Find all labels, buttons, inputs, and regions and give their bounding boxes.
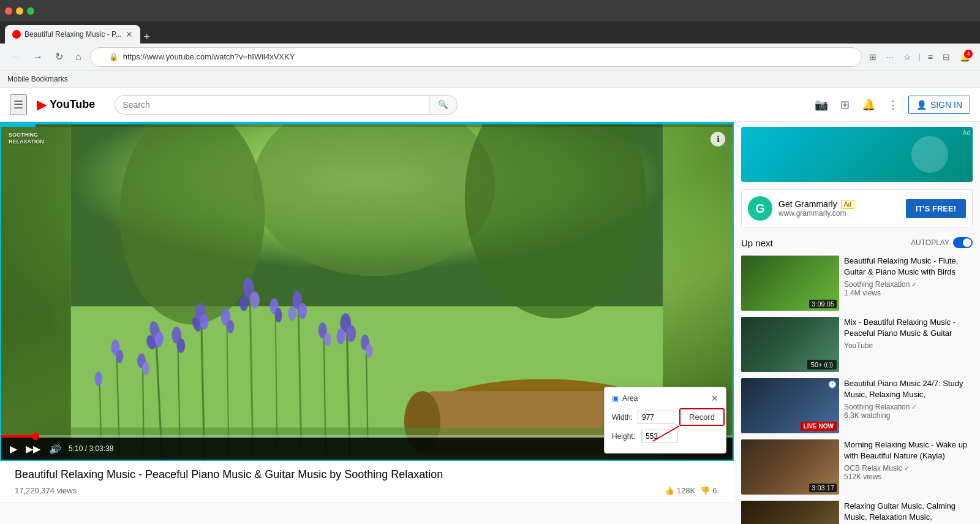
dialog-header: ▣ Area ✕: [612, 393, 718, 403]
width-input[interactable]: [638, 411, 674, 424]
top-progress-fill: [1, 124, 36, 127]
url-bar[interactable]: 🔒 https://www.youtube.com/watch?v=hIWil4…: [90, 47, 862, 67]
menu-dots-icon[interactable]: ···: [884, 50, 896, 64]
list-item[interactable]: 50+ ((·)) Mix - Beautiful Relaxing Music…: [741, 317, 973, 372]
thumbs-up-icon: 👍: [665, 486, 674, 495]
dislike-count: 6.: [712, 486, 719, 495]
height-label: Height:: [612, 432, 636, 441]
top-progress: [1, 124, 733, 127]
extensions-icon[interactable]: ⊞: [867, 50, 879, 64]
svg-point-33: [142, 362, 149, 376]
area-dialog: ▣ Area ✕ Width: Record: [604, 387, 726, 454]
video-section: 977 × 553: [0, 122, 734, 524]
youtube-logo[interactable]: ▶ YouTube: [37, 97, 95, 113]
live-badge: LIVE NOW: [801, 422, 837, 431]
video-card-info-4: Morning Relaxing Music - Wake up with Be…: [844, 439, 973, 495]
next-button[interactable]: ▶▶: [24, 442, 42, 456]
svg-point-44: [176, 338, 185, 353]
search-input[interactable]: [115, 95, 429, 115]
separator: |: [919, 53, 921, 61]
autoplay-toggle[interactable]: [953, 237, 973, 248]
header-right: 📷 ⊞ 🔔 ⋮ 👤 SIGN IN: [812, 96, 970, 114]
hamburger-menu-button[interactable]: ☰: [10, 94, 27, 115]
seekbar-fill: [1, 435, 36, 438]
video-meta: Beautiful Relaxing Music - Peaceful Pian…: [0, 461, 734, 503]
sign-in-label: SIGN IN: [930, 100, 962, 110]
svg-point-26: [288, 306, 296, 321]
new-tab-button[interactable]: +: [140, 31, 154, 44]
yt-header: ☰ ▶ YouTube 🔍 📷 ⊞ 🔔 ⋮ 👤 SIGN IN: [0, 88, 980, 122]
svg-point-41: [94, 372, 102, 387]
list-item[interactable]: 3:03:17 Morning Relaxing Music - Wake up…: [741, 439, 973, 495]
video-thumbnail-3: 🕐 LIVE NOW: [741, 378, 839, 433]
video-player[interactable]: SOOTHING RELAXATION ℹ: [0, 122, 734, 461]
up-next-header: Up next AUTOPLAY: [741, 237, 973, 248]
reload-button[interactable]: ↻: [51, 48, 67, 65]
notification-icon[interactable]: 🔔 4: [957, 50, 973, 64]
search-button[interactable]: 🔍: [429, 95, 458, 115]
width-label: Width:: [612, 413, 633, 422]
sidebar-icon[interactable]: ⊟: [940, 50, 952, 64]
clock-icon: 🕐: [828, 381, 837, 389]
record-button[interactable]: Record: [679, 408, 725, 426]
width-field: Width: Record: [612, 408, 718, 426]
play-button[interactable]: ▶: [9, 442, 18, 456]
apps-grid-icon[interactable]: ⊞: [838, 96, 852, 114]
svg-point-47: [227, 320, 234, 333]
back-button[interactable]: ←: [7, 49, 24, 65]
soothing-watermark: SOOTHING RELAXATION: [9, 132, 44, 145]
video-card-channel-3: Soothing Relaxation ✓: [844, 403, 973, 411]
reader-mode-icon[interactable]: ≡: [925, 50, 935, 64]
autoplay-label: AUTOPLAY: [911, 238, 949, 247]
duration-badge-4: 3:03:17: [809, 484, 837, 492]
list-item[interactable]: 3:09:05 Beautiful Relaxing Music - Flute…: [741, 256, 973, 311]
tab-close-btn[interactable]: ✕: [126, 29, 133, 39]
dislike-button[interactable]: 👎 6.: [700, 486, 719, 495]
youtube-logo-text: YouTube: [50, 98, 95, 111]
home-button[interactable]: ⌂: [72, 49, 85, 65]
notifications-icon[interactable]: 🔔: [859, 96, 878, 114]
video-card-info-5: Relaxing Guitar Music, Calming Music, Re…: [844, 501, 973, 524]
seekbar-handle: [32, 433, 39, 440]
fields-with-arrow: Record: [679, 408, 725, 426]
like-count: 128K: [677, 486, 695, 495]
verified-icon-1: ✓: [911, 281, 917, 289]
sign-in-button[interactable]: 👤 SIGN IN: [908, 96, 970, 114]
browser-tab[interactable]: Beautiful Relaxing Music - P... ✕: [5, 25, 140, 44]
list-item[interactable]: Relaxing Guitar Music, Calming Music, Re…: [741, 501, 973, 524]
bookmarks-bar: Mobile Bookmarks: [0, 70, 980, 88]
grammarly-ad-badge: Ad: [841, 200, 854, 209]
volume-button[interactable]: 🔊: [48, 442, 62, 456]
video-card-title-5: Relaxing Guitar Music, Calming Music, Re…: [844, 501, 973, 523]
grammarly-free-button[interactable]: IT'S FREE!: [906, 199, 966, 218]
forward-button[interactable]: →: [29, 49, 47, 65]
video-card-views-4: 512K views: [844, 473, 973, 481]
svg-point-14: [200, 314, 208, 330]
like-button[interactable]: 👍 128K: [665, 486, 695, 495]
svg-point-19: [239, 295, 248, 311]
list-item[interactable]: 🕐 LIVE NOW Beautiful Piano Music 24/7: S…: [741, 378, 973, 433]
video-title: Beautiful Relaxing Music - Peaceful Pian…: [15, 468, 719, 481]
video-card-views-3: 6.3K watching: [844, 411, 973, 420]
video-card-info-3: Beautiful Piano Music 24/7: Study Music,…: [844, 378, 973, 433]
video-card-title-3: Beautiful Piano Music 24/7: Study Music,…: [844, 378, 973, 400]
video-info-button[interactable]: ℹ: [710, 132, 725, 146]
video-thumbnail-1: 3:09:05: [741, 256, 839, 311]
mix-badge: 50+ ((·)): [807, 360, 837, 370]
ad-shape: [911, 136, 948, 173]
camera-icon[interactable]: 📷: [812, 96, 831, 114]
verified-icon-4: ✓: [904, 465, 910, 473]
height-field: Height:: [612, 430, 718, 443]
verified-icon-3: ✓: [911, 403, 917, 411]
dialog-close-button[interactable]: ✕: [711, 393, 718, 403]
video-card-channel-1: Soothing Relaxation ✓: [844, 280, 973, 289]
video-card-views-1: 1.4M views: [844, 289, 973, 297]
grammarly-logo: G: [748, 196, 772, 221]
grammarly-name-row: Get Grammarly Ad: [778, 199, 900, 209]
more-options-icon[interactable]: ⋮: [885, 96, 901, 114]
video-stats-row: 17,220,374 views 👍 128K 👎 6.: [15, 486, 719, 495]
video-card-channel-4: OCB Relax Music ✓: [844, 464, 973, 473]
video-thumbnail-5: [741, 501, 839, 524]
svg-point-18: [250, 292, 260, 309]
bookmark-star-icon[interactable]: ☆: [901, 50, 914, 64]
